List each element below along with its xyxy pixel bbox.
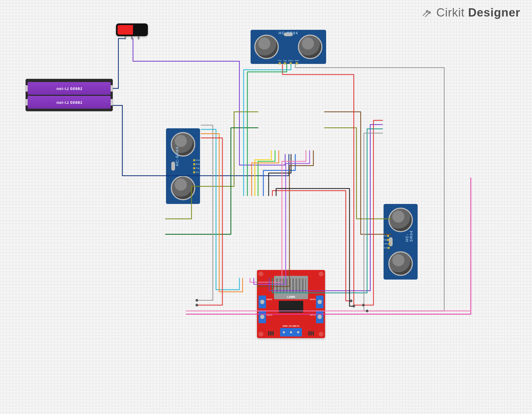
- terminal-out2[interactable]: [259, 310, 266, 323]
- svg-point-0: [426, 10, 428, 12]
- logo-icon: [421, 7, 433, 18]
- terminal-out4[interactable]: [316, 296, 323, 308]
- terminal-out1[interactable]: [259, 296, 266, 308]
- hcsr04-label: HC-SR04: [279, 31, 298, 35]
- l298n-motor-driver[interactable]: L298N OUT1 OUT2 OUT3 OUT4 5VEN 12V GND 5…: [257, 270, 325, 338]
- hcsr04-right[interactable]: HC-SR04 Vcc Trig Echo Gnd: [384, 204, 418, 280]
- rocker-switch[interactable]: [116, 23, 148, 36]
- battery-holder-18650[interactable]: 18650 Li-ion 18650 Li-ion: [26, 79, 113, 111]
- svg-point-6: [362, 304, 365, 306]
- chip-icon: [279, 301, 303, 313]
- hcsr04-label: HC-SR04: [405, 230, 413, 242]
- power-terminal[interactable]: [280, 328, 302, 337]
- svg-point-2: [196, 299, 198, 302]
- hcsr04-label: HC-SR04: [175, 146, 179, 166]
- terminal-out3[interactable]: [316, 310, 323, 323]
- svg-point-3: [196, 304, 198, 306]
- chip-label: L298N: [287, 296, 295, 298]
- hcsr04-left[interactable]: HC-SR04 Gnd Echo Trig Vcc: [166, 128, 200, 204]
- svg-point-1: [429, 12, 431, 14]
- svg-point-4: [350, 300, 352, 302]
- hcsr04-top[interactable]: HC-SR04 Vcc Trig Echo Gnd: [251, 30, 326, 64]
- logo-text: Cirkit Designer: [436, 6, 520, 19]
- app-logo: Cirkit Designer: [421, 6, 520, 19]
- svg-point-5: [352, 305, 355, 308]
- svg-point-7: [366, 310, 368, 312]
